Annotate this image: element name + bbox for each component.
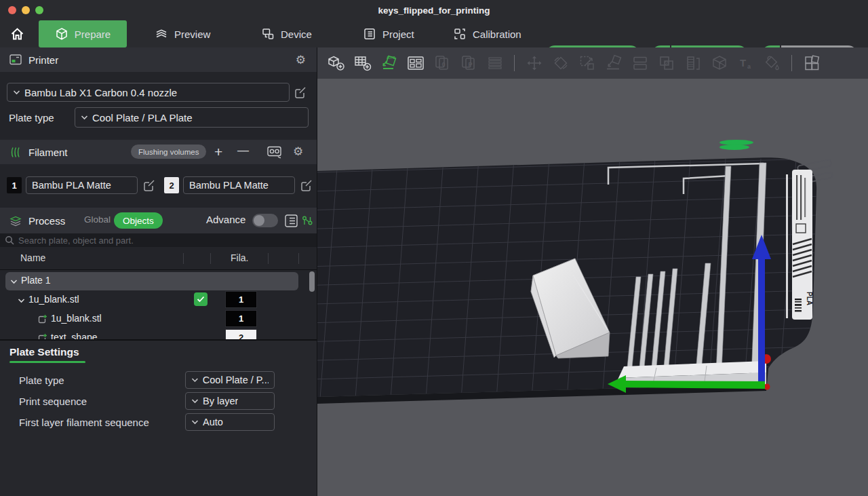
add-object-icon — [328, 54, 345, 72]
ps-print-sequence-label: Print sequence — [19, 396, 87, 407]
global-label: Global — [84, 214, 111, 225]
edit-printer-icon[interactable] — [294, 85, 307, 99]
arrange-icon — [407, 54, 425, 72]
mesh-cube-button[interactable] — [710, 54, 728, 73]
lay-on-face-button[interactable] — [604, 54, 623, 73]
toggle-knob — [254, 215, 264, 226]
tab-calibration[interactable]: Calibration — [453, 20, 521, 47]
layer-rows-button[interactable] — [486, 54, 504, 73]
viewport-3d[interactable]: AUTO 0 P Ta — [317, 47, 868, 496]
process-icon — [9, 215, 22, 227]
doc-zero-button[interactable]: 0 — [433, 54, 451, 73]
add-filament-button[interactable]: + — [214, 140, 222, 164]
flushing-volumes-button[interactable]: Flushing volumes — [131, 145, 206, 159]
part-icon — [37, 333, 47, 339]
printer-settings-gear-icon[interactable]: ⚙ — [296, 54, 306, 66]
advance-toggle[interactable] — [252, 214, 278, 227]
process-advanced-settings-icon[interactable] — [301, 214, 314, 227]
plate-type-select[interactable]: Cool Plate / PLA Plate — [75, 107, 309, 128]
ps-first-layer-seq-select[interactable]: Auto — [185, 413, 275, 431]
auto-orient-icon: AUTO — [380, 54, 398, 72]
svg-text:a: a — [747, 63, 751, 70]
printer-section-header: Printer ⚙ — [0, 47, 317, 72]
edit-filament-2-icon[interactable] — [300, 178, 313, 192]
object-table-header: Name Fila. — [0, 247, 317, 270]
search-input[interactable]: Search plate, object and part. — [0, 233, 317, 247]
split-parts-button[interactable] — [657, 54, 675, 73]
collapse-chevron-icon[interactable] — [10, 279, 18, 284]
object-visible-checkbox[interactable] — [194, 292, 208, 306]
add-plate-button[interactable] — [353, 54, 372, 73]
filament-1-select[interactable]: Bambu PLA Matte — [26, 176, 138, 194]
doc-p-button[interactable]: P — [459, 54, 477, 73]
collapse-chevron-icon[interactable] — [18, 298, 25, 303]
move-button[interactable] — [525, 54, 543, 73]
toolbar-separator — [514, 55, 515, 71]
object-filament-badge[interactable]: 1 — [225, 291, 257, 308]
filament-1-badge: 1 — [7, 177, 22, 193]
tab-prepare[interactable]: Prepare — [39, 20, 127, 47]
process-scope-global[interactable]: Global — [84, 214, 111, 225]
variable-layer-height-button[interactable] — [684, 54, 702, 73]
rotate-button[interactable] — [551, 54, 570, 73]
printer-preset-select[interactable]: Bambu Lab X1 Carbon 0.4 nozzle — [7, 83, 290, 102]
auto-orient-button[interactable]: AUTO — [380, 54, 398, 73]
tree-plate-label: Plate 1 — [21, 275, 51, 286]
ps-print-sequence-select[interactable]: By layer — [185, 392, 275, 410]
paint-tool-icon — [764, 54, 781, 72]
split-objects-button[interactable] — [631, 54, 649, 73]
process-scope-objects[interactable]: Objects — [114, 212, 163, 229]
doc-p-icon: P — [460, 54, 477, 72]
svg-text:T: T — [740, 57, 746, 69]
prepare-cube-icon — [55, 27, 68, 41]
tab-preview-label: Preview — [174, 28, 210, 40]
plate-settings-title: Plate Settings — [9, 346, 79, 358]
paint-tool-button[interactable] — [763, 54, 781, 73]
plus-icon: + — [214, 144, 222, 160]
filament-icon — [9, 147, 22, 158]
home-button[interactable] — [5, 20, 28, 47]
scale-button[interactable] — [578, 54, 596, 73]
ps-plate-type-select[interactable]: Cool Plate / P... — [185, 371, 275, 389]
ps-first-layer-seq-value: Auto — [203, 417, 223, 427]
window-title: keys_flipped_for_printing — [0, 5, 868, 16]
arrange-button[interactable] — [406, 54, 425, 73]
part-filament-badge[interactable]: 1 — [225, 310, 257, 327]
filament-settings-gear-icon[interactable]: ⚙ — [293, 146, 303, 157]
build-plate-scene[interactable]: PLA — [317, 79, 868, 496]
filament-number: 2 — [239, 332, 243, 339]
tree-row-plate[interactable]: Plate 1 — [0, 271, 317, 290]
edit-filament-1-icon[interactable] — [142, 178, 156, 192]
tree-row-part-clipped[interactable]: text_shape 2 — [0, 328, 317, 339]
text-tool-icon: Ta — [737, 54, 755, 72]
objects-label: Objects — [123, 216, 154, 226]
ps-first-layer-seq-label: First layer filament sequence — [19, 417, 149, 428]
tab-project[interactable]: Project — [363, 20, 414, 47]
ams-icon[interactable] — [267, 145, 282, 159]
filament-number: 1 — [239, 294, 243, 305]
tab-calibration-label: Calibration — [473, 28, 521, 40]
scrollbar-thumb[interactable] — [309, 271, 315, 292]
home-icon — [10, 27, 24, 41]
text-tool-button[interactable]: Ta — [736, 54, 755, 73]
ps-plate-type-value: Cool Plate / P... — [203, 375, 269, 385]
plate-material-label: PLA — [806, 292, 813, 305]
tab-device[interactable]: Device — [261, 20, 312, 47]
part-filament-badge[interactable]: 2 — [225, 329, 257, 339]
tab-project-label: Project — [382, 28, 414, 40]
printer-icon — [9, 54, 22, 65]
minus-icon: — — [237, 144, 249, 157]
layer-rows-icon — [486, 54, 504, 72]
process-list-icon[interactable] — [285, 214, 298, 227]
remove-filament-button[interactable]: — — [237, 138, 249, 163]
tree-scrollbar[interactable] — [309, 271, 315, 339]
filament-2-number: 2 — [169, 180, 174, 191]
filament-2-select[interactable]: Bambu PLA Matte — [183, 176, 295, 194]
assembly-view-button[interactable] — [802, 54, 821, 73]
tree-part-label: 1u_blank.stl — [51, 313, 102, 324]
chevron-down-icon — [191, 419, 199, 425]
add-object-button[interactable] — [327, 54, 345, 73]
tab-preview[interactable]: Preview — [155, 20, 210, 47]
tree-row-object[interactable]: 1u_blank.stl 1 — [0, 290, 317, 309]
tree-row-part[interactable]: 1u_blank.stl 1 — [0, 309, 317, 328]
